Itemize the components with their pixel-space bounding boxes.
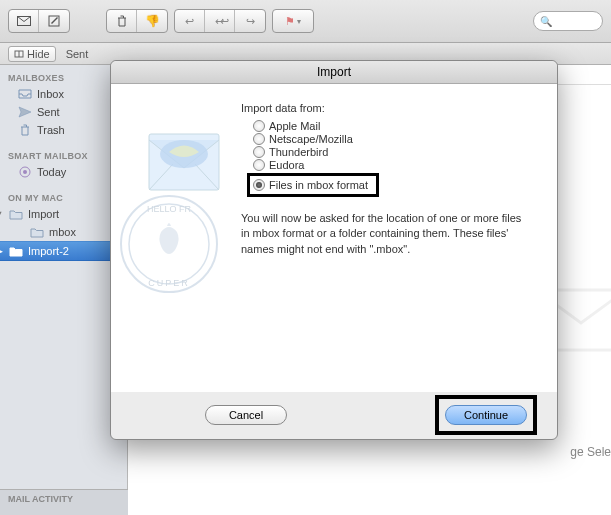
radio-label: Eudora [269, 159, 304, 171]
radio-icon [253, 159, 265, 171]
compose-button[interactable] [39, 10, 69, 32]
mail-activity-section: MAIL ACTIVITY [0, 489, 128, 515]
reply-button[interactable]: ↩ [175, 10, 205, 32]
get-mail-button[interactable] [9, 10, 39, 32]
mail-activity-label: MAIL ACTIVITY [8, 494, 73, 504]
sidebar-import-folder[interactable]: ▼ Import [0, 205, 127, 223]
continue-button[interactable]: Continue [445, 405, 527, 425]
help-text: You will now be asked for the location o… [241, 211, 531, 257]
cancel-button[interactable]: Cancel [205, 405, 287, 425]
smart-icon [18, 165, 32, 179]
radio-label: Thunderbird [269, 146, 328, 158]
disclosure-icon[interactable]: ▼ [0, 209, 4, 219]
import-prompt: Import data from: [241, 102, 533, 114]
mail-stamp-icon: HELLO FR CUPER [109, 124, 249, 304]
dialog-body: HELLO FR CUPER Import data from: Apple M… [111, 84, 557, 392]
smart-header: SMART MAILBOX [0, 147, 127, 163]
sidebar-today[interactable]: Today [0, 163, 127, 181]
svg-text:CUPER: CUPER [148, 278, 190, 288]
main-toolbar: 👎 ↩ ↩↩ ↪ ⚑▾ 🔍 [0, 0, 611, 43]
radio-eudora[interactable]: Eudora [253, 159, 533, 171]
radio-list: Apple Mail Netscape/Mozilla Thunderbird … [253, 120, 533, 197]
search-icon: 🔍 [540, 16, 552, 27]
sent-label: Sent [37, 106, 60, 118]
radio-icon [253, 179, 265, 191]
forward-button[interactable]: ↪ [235, 10, 265, 32]
inbox-label: Inbox [37, 88, 64, 100]
hide-button[interactable]: Hide [8, 46, 56, 62]
get-compose-group [8, 9, 70, 33]
sidebar-sent[interactable]: Sent [0, 103, 127, 121]
dialog-footer: Cancel Continue [111, 392, 557, 438]
radio-label: Apple Mail [269, 120, 320, 132]
junk-button[interactable]: 👎 [137, 10, 167, 32]
flag-button[interactable]: ⚑▾ [273, 10, 313, 32]
radio-icon [253, 146, 265, 158]
delete-junk-group: 👎 [106, 9, 168, 33]
radio-label: Netscape/Mozilla [269, 133, 353, 145]
sidebar-trash[interactable]: Trash [0, 121, 127, 139]
import-dialog: Import HELLO FR CUPER Import data from: … [110, 60, 558, 440]
trash-icon [18, 123, 32, 137]
hide-label: Hide [27, 48, 50, 60]
continue-highlight: Continue [435, 395, 537, 435]
today-label: Today [37, 166, 66, 178]
flag-group: ⚑▾ [272, 9, 314, 33]
reply-group: ↩ ↩↩ ↪ [174, 9, 266, 33]
folder-icon [9, 244, 23, 258]
reply-all-button[interactable]: ↩↩ [205, 10, 235, 32]
radio-label: Files in mbox format [269, 179, 368, 191]
sidebar-inbox[interactable]: Inbox [0, 85, 127, 103]
hide-icon [14, 49, 24, 59]
radio-mbox[interactable]: Files in mbox format [253, 179, 368, 191]
import-label: Import [28, 208, 59, 220]
inbox-icon [18, 87, 32, 101]
sent-icon [18, 105, 32, 119]
sidebar-import2-folder[interactable]: ▶ Import-2 [0, 241, 127, 261]
onmymac-header: ON MY MAC [0, 189, 127, 205]
mbox-label: mbox [49, 226, 76, 238]
trash-label: Trash [37, 124, 65, 136]
svg-point-5 [23, 170, 27, 174]
import2-label: Import-2 [28, 245, 69, 257]
folder-icon [9, 207, 23, 221]
disclosure-icon[interactable]: ▶ [0, 246, 4, 256]
delete-button[interactable] [107, 10, 137, 32]
radio-icon [253, 120, 265, 132]
radio-icon [253, 133, 265, 145]
search-field[interactable]: 🔍 [533, 11, 603, 31]
sidebar-mbox[interactable]: mbox [0, 223, 127, 241]
folder-icon [30, 225, 44, 239]
radio-netscape[interactable]: Netscape/Mozilla [253, 133, 533, 145]
svg-text:HELLO FR: HELLO FR [147, 204, 192, 214]
radio-thunderbird[interactable]: Thunderbird [253, 146, 533, 158]
radio-mbox-highlight: Files in mbox format [247, 173, 379, 197]
mailboxes-header: MAILBOXES [0, 69, 127, 85]
partial-text: ge Sele [570, 445, 611, 459]
dialog-title: Import [111, 61, 557, 84]
filter-sent[interactable]: Sent [66, 48, 89, 60]
radio-apple-mail[interactable]: Apple Mail [253, 120, 533, 132]
